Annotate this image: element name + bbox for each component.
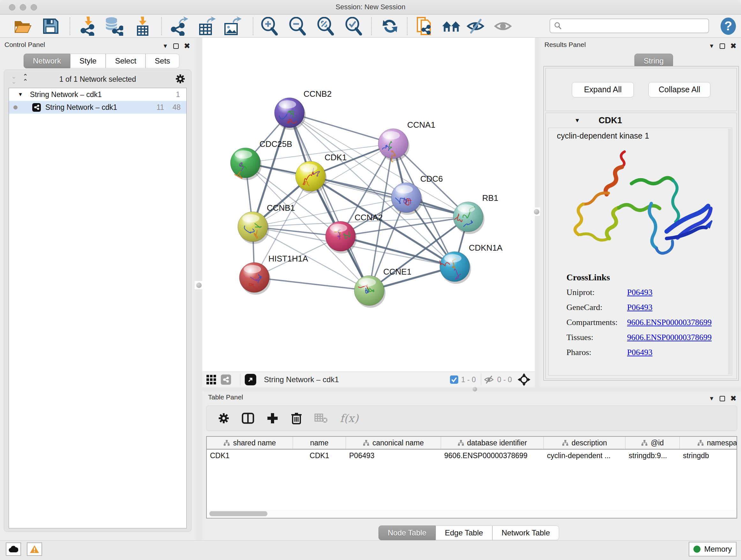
table-cell[interactable]: CDK1 — [207, 449, 293, 462]
zoom-in-button[interactable] — [260, 17, 279, 36]
vertical-splitter-right[interactable] — [535, 38, 540, 387]
table-cell[interactable]: 9606.ENSP00000378699 — [441, 449, 544, 462]
tab-style[interactable]: Style — [70, 54, 106, 68]
tab-node-table[interactable]: Node Table — [379, 525, 435, 540]
network-node-CCNB1[interactable]: CCNB1 — [238, 203, 295, 244]
new-network-from-selection-button[interactable] — [414, 17, 433, 36]
compartments-link[interactable]: 9606.ENSP00000378699 — [627, 318, 712, 327]
expand-all-button[interactable]: Expand All — [572, 82, 634, 98]
genecard-link[interactable]: P06493 — [627, 303, 652, 312]
tab-network[interactable]: Network — [23, 54, 70, 68]
help-button[interactable]: ? — [719, 17, 738, 36]
cloud-status-button[interactable] — [6, 543, 21, 556]
network-edge-HIST1H1A-CCNE1[interactable] — [254, 277, 369, 291]
export-image-button[interactable] — [223, 17, 242, 36]
delete-column-trash-icon[interactable] — [291, 412, 302, 425]
network-node-RB1[interactable]: RB1 — [453, 193, 498, 234]
column-header-shared-name[interactable]: shared name — [207, 437, 293, 449]
network-edge-CDK1-RB1[interactable] — [311, 176, 468, 217]
vertical-splitter[interactable] — [195, 38, 202, 540]
column-header-description[interactable]: description — [544, 437, 625, 449]
first-neighbors-button[interactable] — [442, 17, 461, 36]
network-node-CCNE1[interactable]: CCNE1 — [354, 267, 411, 308]
show-all-button[interactable] — [494, 17, 513, 36]
panel-float-icon[interactable] — [720, 396, 725, 401]
search-input[interactable] — [565, 19, 709, 32]
panel-menu-icon[interactable]: ▼ — [162, 43, 168, 49]
network-node-CCNA2[interactable]: CCNA2 — [326, 212, 383, 253]
import-network-database-button[interactable] — [104, 17, 123, 36]
table-cell[interactable]: CDK1 — [293, 449, 346, 462]
refresh-view-button[interactable] — [381, 17, 400, 36]
export-table-button[interactable] — [197, 17, 216, 36]
show-columns-icon[interactable] — [242, 412, 254, 425]
network-node-CDKN1A[interactable]: CDKN1A — [440, 243, 502, 284]
column-header-@id[interactable]: @id — [625, 437, 680, 449]
collapse-all-button[interactable]: Collapse All — [649, 82, 711, 98]
network-view-type-icon[interactable] — [221, 374, 231, 385]
network-node-CDC25B[interactable]: CDC25B — [230, 139, 292, 180]
panel-float-icon[interactable] — [173, 44, 179, 49]
grid-view-icon[interactable] — [206, 374, 216, 385]
column-header-database-identifier[interactable]: database identifier — [441, 437, 544, 449]
network-node-CCNB2[interactable]: CCNB2 — [274, 89, 332, 130]
panel-close-icon[interactable]: ✖ — [730, 395, 737, 402]
splitter-grip[interactable] — [195, 281, 203, 289]
table-cell[interactable]: stringdb — [680, 449, 737, 462]
splitter-grip[interactable] — [532, 207, 541, 216]
tab-network-table[interactable]: Network Table — [492, 525, 559, 540]
network-edge-CCNA2-CDKN1A[interactable] — [340, 236, 455, 266]
hidden-eye-slash-icon[interactable] — [484, 375, 495, 384]
network-collection-row[interactable]: ▼ String Network – cdk1 1 — [9, 88, 186, 101]
table-cell[interactable]: cyclin-dependent ... — [544, 449, 625, 462]
panel-float-icon[interactable] — [720, 44, 725, 49]
pharos-link[interactable]: P06493 — [627, 348, 652, 357]
table-horizontal-scrollbar[interactable] — [207, 510, 736, 517]
tab-sets[interactable]: Sets — [145, 54, 179, 68]
zoom-fit-button[interactable] — [316, 17, 335, 36]
table-cell[interactable]: stringdb:9... — [625, 449, 680, 462]
scrollbar-thumb[interactable] — [209, 511, 267, 516]
warnings-button[interactable] — [27, 543, 42, 556]
network-node-CDK1[interactable]: CDK1 — [295, 152, 347, 193]
section-expander-icon[interactable]: ▼ — [575, 117, 580, 124]
panel-close-icon[interactable]: ✖ — [184, 42, 190, 50]
table-row[interactable]: CDK1CDK1P064939606.ENSP00000378699cyclin… — [207, 449, 737, 462]
delete-table-icon[interactable] — [314, 413, 328, 424]
import-network-file-button[interactable] — [78, 17, 98, 36]
import-table-button[interactable] — [133, 17, 152, 36]
tab-edge-table[interactable]: Edge Table — [435, 525, 492, 540]
selected-checkbox-icon[interactable] — [450, 375, 459, 384]
column-header-canonical-name[interactable]: canonical name — [346, 437, 441, 449]
save-session-button[interactable] — [41, 17, 60, 36]
tab-select[interactable]: Select — [106, 54, 145, 68]
network-edge-CCNB2-CCNE1[interactable] — [289, 113, 369, 291]
panel-menu-icon[interactable]: ▼ — [709, 43, 715, 49]
network-node-HIST1H1A[interactable]: HIST1H1A — [239, 254, 308, 295]
protein-section-header[interactable]: ▼ CDK1 — [546, 113, 737, 128]
birds-eye-view-icon[interactable] — [518, 373, 530, 386]
results-scrollbar[interactable] — [728, 129, 731, 374]
create-column-icon[interactable] — [266, 412, 279, 424]
function-builder-icon[interactable]: f(x) — [340, 412, 358, 425]
zoom-selected-button[interactable] — [344, 17, 363, 36]
tree-expander-icon[interactable]: ▼ — [18, 91, 23, 98]
horizontal-splitter[interactable] — [202, 387, 741, 391]
network-canvas[interactable]: CCNB2CCNA1CDC25BCDK1CDC6RB1CCNB1CCNA2CDK… — [202, 38, 535, 372]
network-row[interactable]: String Network – cdk1 11 48 — [9, 101, 186, 114]
tissues-link[interactable]: 9606.ENSP00000378699 — [627, 333, 712, 342]
open-session-button[interactable] — [13, 17, 32, 36]
column-header-name[interactable]: name — [293, 437, 346, 449]
hide-selected-button[interactable] — [467, 17, 486, 36]
panel-menu-icon[interactable]: ▼ — [709, 395, 715, 401]
zoom-out-button[interactable] — [288, 17, 307, 36]
export-network-button[interactable] — [170, 17, 189, 36]
network-options-gear-icon[interactable] — [175, 74, 185, 84]
memory-button[interactable]: Memory — [689, 542, 737, 557]
panel-close-icon[interactable]: ✖ — [730, 42, 737, 50]
network-node-CCNA1[interactable]: CCNA1 — [378, 120, 435, 162]
table-cell[interactable]: P06493 — [346, 449, 441, 462]
detach-view-icon[interactable] — [245, 374, 256, 385]
uniprot-link[interactable]: P06493 — [627, 288, 652, 297]
table-settings-gear-icon[interactable] — [218, 413, 229, 424]
